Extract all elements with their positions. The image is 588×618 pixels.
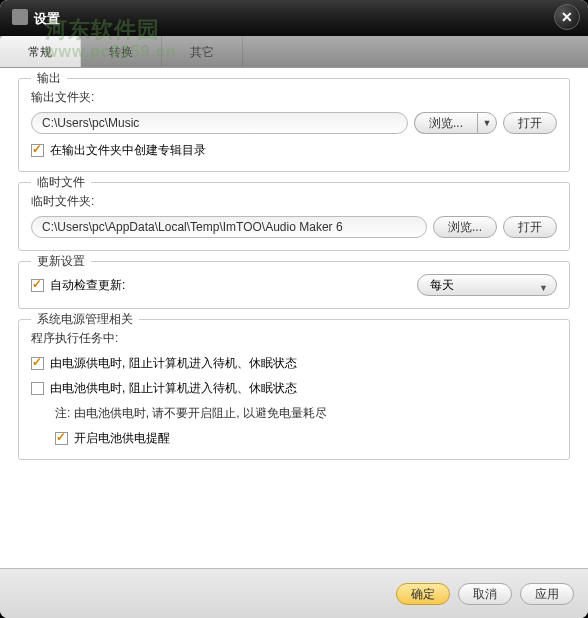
fieldset-output: 输出 输出文件夹: C:\Users\pc\Music 浏览... ▼ 打开 在…	[18, 78, 570, 172]
apply-button[interactable]: 应用	[520, 583, 574, 605]
ac-block-label: 由电源供电时, 阻止计算机进入待机、休眠状态	[50, 355, 297, 372]
legend-temp: 临时文件	[31, 174, 91, 191]
output-browse-dropdown[interactable]: ▼	[477, 112, 497, 134]
tab-bar: 常规 转换 其它	[0, 36, 588, 68]
legend-output: 输出	[31, 70, 67, 87]
temp-open-button[interactable]: 打开	[503, 216, 557, 238]
legend-power: 系统电源管理相关	[31, 311, 139, 328]
close-icon: ✕	[561, 9, 573, 25]
output-folder-input[interactable]: C:\Users\pc\Music	[31, 112, 408, 134]
battery-block-checkbox[interactable]	[31, 382, 44, 395]
close-button[interactable]: ✕	[554, 4, 580, 30]
fieldset-update: 更新设置 自动检查更新: 每天	[18, 261, 570, 309]
content-area: 输出 输出文件夹: C:\Users\pc\Music 浏览... ▼ 打开 在…	[0, 68, 588, 568]
temp-folder-label: 临时文件夹:	[31, 193, 557, 210]
footer: 确定 取消 应用	[0, 568, 588, 618]
create-album-dir-checkbox[interactable]	[31, 144, 44, 157]
cancel-button[interactable]: 取消	[458, 583, 512, 605]
output-open-button[interactable]: 打开	[503, 112, 557, 134]
battery-block-label: 由电池供电时, 阻止计算机进入待机、休眠状态	[50, 380, 297, 397]
tab-other[interactable]: 其它	[162, 36, 243, 67]
power-running-label: 程序执行任务中:	[31, 330, 557, 347]
legend-update: 更新设置	[31, 253, 91, 270]
battery-warn-checkbox[interactable]	[55, 432, 68, 445]
update-frequency-select[interactable]: 每天	[417, 274, 557, 296]
output-folder-label: 输出文件夹:	[31, 89, 557, 106]
output-browse-button[interactable]: 浏览...	[414, 112, 477, 134]
temp-folder-input[interactable]: C:\Users\pc\AppData\Local\Temp\ImTOO\Aud…	[31, 216, 427, 238]
create-album-dir-label: 在输出文件夹中创建专辑目录	[50, 142, 206, 159]
tab-convert[interactable]: 转换	[81, 36, 162, 67]
update-frequency-value: 每天	[430, 278, 454, 292]
battery-warn-label: 开启电池供电提醒	[74, 430, 170, 447]
temp-browse-button[interactable]: 浏览...	[433, 216, 497, 238]
fieldset-power: 系统电源管理相关 程序执行任务中: 由电源供电时, 阻止计算机进入待机、休眠状态…	[18, 319, 570, 460]
ac-block-checkbox[interactable]	[31, 357, 44, 370]
app-icon	[12, 9, 28, 25]
output-browse-split: 浏览... ▼	[414, 112, 497, 134]
fieldset-temp: 临时文件 临时文件夹: C:\Users\pc\AppData\Local\Te…	[18, 182, 570, 251]
window-title: 设置	[34, 10, 60, 28]
auto-check-update-label: 自动检查更新:	[50, 277, 125, 294]
ok-button[interactable]: 确定	[396, 583, 450, 605]
titlebar: 设置 ✕	[0, 0, 588, 36]
auto-check-update-checkbox[interactable]	[31, 279, 44, 292]
battery-note: 注: 由电池供电时, 请不要开启阻止, 以避免电量耗尽	[55, 405, 557, 422]
tab-general[interactable]: 常规	[0, 36, 81, 67]
